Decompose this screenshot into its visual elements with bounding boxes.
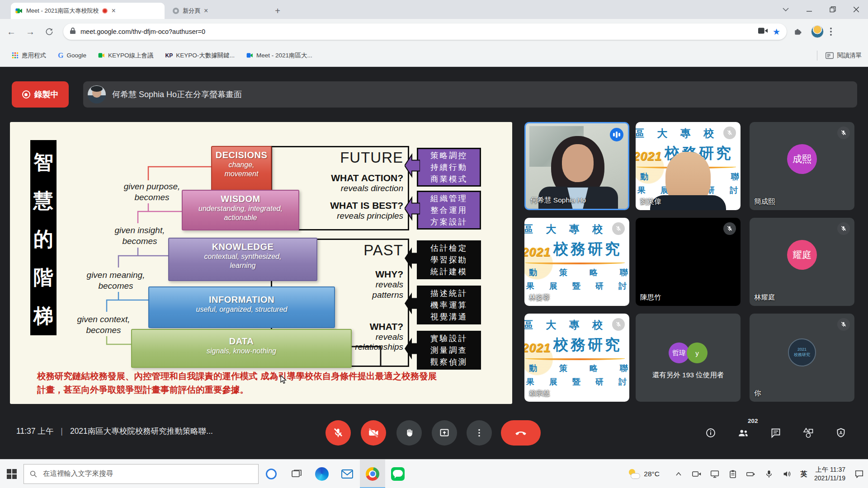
record-icon	[22, 90, 30, 99]
mail-button[interactable]	[335, 460, 360, 488]
present-screen-button[interactable]	[432, 420, 457, 446]
video-tile-chien[interactable]: 成熙 簡成熙	[750, 122, 854, 210]
url-bar[interactable]: meet.google.com/thv-dfjm-oco?authuser=0 …	[63, 23, 787, 40]
speaker-tray-icon[interactable]	[778, 460, 796, 488]
callout-descriptive: 描述統計 機率運算 視覺溝通	[417, 286, 481, 324]
meet-control-bar: 11:37 上午 | 2021南區大專校院校務研究推動策略聯...	[0, 405, 868, 459]
bookmark-google[interactable]: G Google	[58, 52, 86, 60]
browser-menu-icon[interactable]	[830, 28, 832, 36]
pyramid-wisdom: WISDOM understanding, integrated, action…	[182, 190, 299, 230]
tab-close-icon[interactable]: ×	[111, 7, 115, 14]
profile-avatar[interactable]	[811, 25, 824, 38]
left-arrow-icon	[405, 196, 420, 224]
audio-speaking-icon	[610, 128, 623, 141]
close-window-button[interactable]	[844, 0, 868, 19]
tab-camera-in-use-icon[interactable]	[758, 27, 768, 36]
video-tile-lin-yaoting[interactable]: 耀庭 林耀庭	[750, 218, 854, 306]
minimize-button[interactable]	[797, 0, 821, 19]
video-tile-you[interactable]: 2021校務研究 你	[750, 314, 854, 402]
forward-icon[interactable]: →	[23, 24, 38, 39]
host-controls-icon[interactable]	[834, 426, 848, 440]
taskbar-search-input[interactable]: 在這裡輸入文字來搜尋	[24, 464, 259, 484]
bookmark-label: Google	[66, 52, 86, 59]
line-app-button[interactable]	[385, 460, 410, 488]
video-tile-sophia[interactable]: 何希慧 Sophia Ho	[524, 122, 629, 210]
tab-close-icon[interactable]: ×	[204, 7, 208, 14]
reading-list-button[interactable]: 閱讀清單	[817, 51, 862, 61]
reload-icon[interactable]	[42, 24, 57, 39]
callout-text: 實驗設計 測量調查 觀察偵測	[430, 333, 467, 368]
callout-text: 描述統計 機率運算 視覺溝通	[430, 287, 467, 323]
browser-tab-meet[interactable]: Meet - 2021南區大專校院校 ×	[11, 3, 165, 19]
bookmark-apps[interactable]: 應用程式	[12, 52, 46, 60]
tab-title: 新分頁	[183, 7, 200, 15]
mic-muted-icon	[612, 222, 625, 235]
extensions-puzzle-icon[interactable]	[790, 24, 806, 39]
mic-tray-icon[interactable]	[760, 460, 778, 488]
meet-favicon-icon	[98, 52, 105, 59]
pyramid-title: KNOWLEDGE	[169, 242, 316, 252]
cortana-button[interactable]	[259, 460, 284, 488]
edge-button[interactable]	[309, 460, 335, 488]
raise-hand-button[interactable]	[396, 420, 422, 446]
meeting-clock: 11:37 上午	[16, 426, 53, 436]
action-center-icon[interactable]	[850, 460, 868, 488]
bookmark-meet[interactable]: Meet - 2021南區大...	[246, 52, 312, 60]
mic-toggle-button[interactable]	[326, 420, 351, 446]
video-tile-lai[interactable]: 區 大 專 校 2021校務研究 動 策 略 聯 果 展 暨 研 討 賴宗慈	[524, 314, 629, 402]
left-arrow-icon	[405, 336, 420, 364]
camera-toggle-button[interactable]	[361, 420, 386, 446]
recording-indicator: 錄製中	[12, 81, 69, 108]
start-button[interactable]	[0, 460, 24, 488]
bookmark-label: KEYPO線上會議	[108, 52, 154, 60]
taskbar-clock[interactable]: 上午 11:37 2021/11/19	[814, 465, 845, 483]
back-icon[interactable]: ←	[4, 24, 19, 39]
more-options-button[interactable]	[467, 420, 492, 446]
camera-tray-icon[interactable]	[688, 460, 706, 488]
mic-muted-icon	[837, 127, 850, 139]
system-tray: 28°C 英 上午 1	[628, 460, 868, 488]
chat-icon[interactable]	[769, 426, 783, 440]
display-tray-icon[interactable]	[706, 460, 724, 488]
url-text[interactable]: meet.google.com/thv-dfjm-oco?authuser=0	[80, 28, 754, 35]
cortana-icon	[266, 469, 277, 479]
chrome-taskbar-button[interactable]	[360, 460, 385, 488]
usb-tray-icon[interactable]	[742, 460, 760, 488]
video-tile-lin-tzujung[interactable]: 區 大 專 校 2021校務研究 動 策 略 聯 果 展 暨 研 討 林姿蓉	[524, 218, 629, 306]
activities-icon[interactable]	[801, 426, 816, 440]
bookmark-star-icon[interactable]: ★	[773, 27, 780, 37]
participant-name: 賴宗慈	[529, 389, 550, 398]
video-tile-chen[interactable]: 陳思竹	[636, 218, 741, 306]
given-label-3: given meaning, becomes	[80, 270, 152, 291]
participant-name: 劉英偉	[640, 197, 661, 206]
browser-toolbar: ← → meet.google.com/thv-dfjm-oco?authuse…	[0, 19, 868, 44]
participant-face	[665, 152, 711, 205]
browser-tab-newtab[interactable]: 新分頁 ×	[168, 3, 263, 19]
video-tile-overflow[interactable]: 哲瑋 y 還有另外 193 位使用者	[636, 314, 741, 402]
bookmark-keypo-bigdata[interactable]: KP KEYPO-大數據關鍵...	[165, 52, 235, 60]
video-tile-liu[interactable]: 區 大 專 校 2021校務研究 動 策 略 聯 果 展 暨 研 討 劉英偉	[636, 122, 741, 210]
taskbar-weather[interactable]: 28°C	[628, 469, 660, 479]
chrome-chevron-icon[interactable]	[774, 0, 797, 19]
screen: Meet - 2021南區大專校院校 × 新分頁 × + ← → meet.go…	[0, 0, 868, 488]
bookmark-keypo-meeting[interactable]: KEYPO線上會議	[98, 52, 154, 60]
meet-stage: 錄製中 何希慧 Sophia Ho正在分享螢幕畫面 智 慧 的 階 梯 give…	[0, 67, 868, 459]
participant-name: 林耀庭	[754, 293, 775, 302]
mic-muted-icon	[837, 318, 850, 331]
windows-taskbar: 在這裡輸入文字來搜尋 28°C	[0, 459, 868, 488]
leave-call-button[interactable]	[501, 420, 541, 446]
clipboard-tray-icon[interactable]	[724, 460, 742, 488]
restore-button[interactable]	[821, 0, 844, 19]
meeting-title[interactable]: 2021南區大專校院校務研究推動策略聯...	[70, 426, 213, 436]
window-controls	[774, 0, 868, 19]
meeting-details-icon[interactable]	[703, 426, 718, 440]
pyramid-subtitle: change, movement	[212, 160, 271, 178]
participant-name: 林姿蓉	[529, 293, 550, 302]
ime-language-indicator[interactable]: 英	[796, 470, 811, 479]
past-item: WHAT? reveals relationships	[355, 321, 403, 353]
new-tab-button[interactable]: +	[271, 5, 284, 17]
participants-icon[interactable]	[736, 426, 750, 440]
task-view-button[interactable]	[284, 460, 309, 488]
past-heading: PAST	[363, 242, 403, 259]
hidden-icons-chevron[interactable]	[670, 460, 688, 488]
